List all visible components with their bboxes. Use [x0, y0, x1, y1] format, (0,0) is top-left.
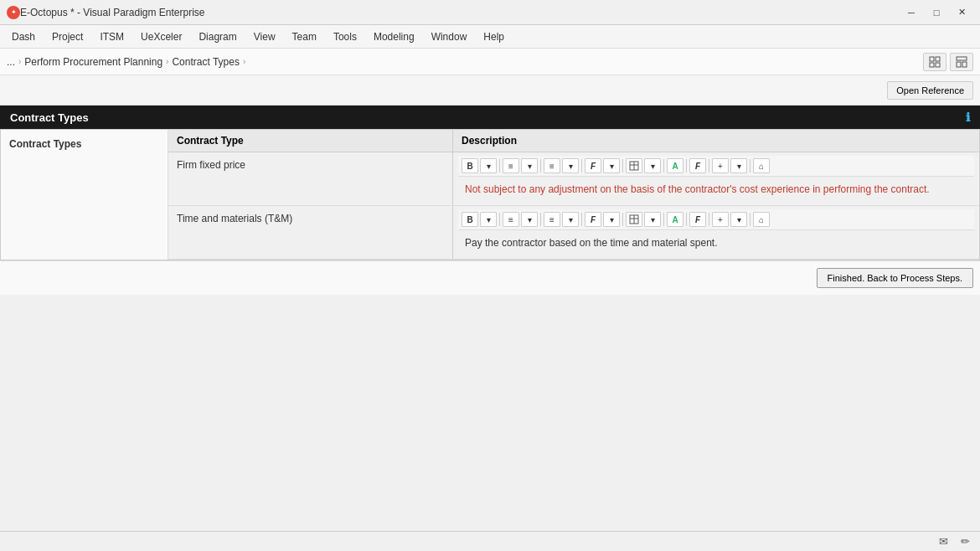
menu-uexceler[interactable]: UeXceler	[132, 28, 190, 46]
btn-font-1[interactable]: F	[585, 158, 601, 173]
status-email-icon[interactable]: ✉	[935, 534, 952, 549]
layout-icon	[956, 56, 967, 68]
breadcrumb-chevron-3: ›	[243, 57, 245, 66]
btn-table-dropdown-1[interactable]: ▾	[644, 158, 661, 173]
separator-2-6	[686, 213, 687, 226]
btn-table-dropdown-2[interactable]: ▾	[644, 212, 661, 227]
finished-button[interactable]: Finished. Back to Process Steps.	[817, 268, 973, 288]
svg-rect-0	[930, 57, 934, 61]
status-edit-icon[interactable]: ✏	[957, 534, 973, 549]
menu-project[interactable]: Project	[44, 28, 91, 46]
table-row-2: Time and materials (T&M) B ▾ ≡ ▾ ≡ ▾	[168, 206, 979, 260]
btn-home-1[interactable]: ⌂	[753, 158, 770, 173]
breadcrumb-icon-area	[923, 53, 973, 71]
btn-bold-dropdown-1[interactable]: ▾	[480, 158, 497, 173]
btn-font-dropdown-2[interactable]: ▾	[603, 212, 620, 227]
menu-dash[interactable]: Dash	[3, 28, 44, 46]
btn-bold-2[interactable]: B	[462, 212, 478, 227]
separator-1	[499, 159, 500, 173]
menu-itsm[interactable]: ITSM	[91, 28, 132, 46]
btn-align-1[interactable]: ≡	[503, 158, 519, 173]
svg-rect-6	[962, 62, 967, 67]
table-icon-2	[629, 214, 639, 224]
footer-area: Finished. Back to Process Steps.	[0, 260, 980, 295]
breadcrumb-chevron-2: ›	[166, 57, 168, 66]
breadcrumb-grid-icon-btn[interactable]	[923, 53, 946, 71]
separator-2-5	[663, 213, 664, 226]
menu-help[interactable]: Help	[475, 28, 513, 46]
btn-list-1[interactable]: ≡	[544, 158, 560, 173]
separator-4	[622, 159, 623, 173]
menu-modeling[interactable]: Modeling	[365, 28, 423, 46]
menu-window[interactable]: Window	[423, 28, 476, 46]
cell-type-2: Time and materials (T&M)	[168, 206, 453, 259]
cell-type-label-1: Firm fixed price	[177, 159, 245, 171]
left-panel: Contract Types	[1, 130, 168, 260]
section-title: Contract Types	[10, 111, 89, 124]
btn-list-dropdown-2[interactable]: ▾	[562, 212, 579, 227]
btn-list-2[interactable]: ≡	[544, 212, 560, 227]
breadcrumb-perform-procurement[interactable]: Perform Procurement Planning	[24, 56, 162, 68]
breadcrumb-contract-types[interactable]: Contract Types	[172, 56, 239, 68]
cell-description-2[interactable]: B ▾ ≡ ▾ ≡ ▾ F ▾	[453, 206, 979, 259]
menu-diagram[interactable]: Diagram	[190, 28, 245, 46]
btn-table-1[interactable]	[626, 158, 642, 173]
btn-plus-dropdown-1[interactable]: ▾	[730, 158, 747, 173]
minimize-button[interactable]: ─	[900, 4, 923, 21]
close-button[interactable]: ✕	[950, 4, 973, 21]
breadcrumb-ellipsis[interactable]: ...	[7, 56, 15, 68]
cell-description-1[interactable]: B ▾ ≡ ▾ ≡ ▾ F ▾	[453, 152, 979, 205]
menu-view[interactable]: View	[245, 28, 284, 46]
cell-text-2[interactable]: Pay the contractor based on the time and…	[458, 230, 974, 255]
btn-align-2[interactable]: ≡	[503, 212, 519, 227]
btn-font-2[interactable]: F	[585, 212, 601, 227]
table-icon-1	[629, 161, 639, 171]
menu-tools[interactable]: Tools	[325, 28, 365, 46]
btn-plus-2[interactable]: +	[712, 212, 729, 227]
btn-table-2[interactable]	[626, 212, 642, 227]
btn-font2-2[interactable]: F	[689, 212, 706, 227]
maximize-button[interactable]: □	[925, 4, 948, 21]
title-bar-controls: ─ □ ✕	[900, 4, 973, 21]
ellipsis-text: ...	[7, 56, 15, 68]
svg-rect-5	[957, 62, 961, 67]
breadcrumb-label-2: Contract Types	[172, 56, 239, 68]
btn-plus-1[interactable]: +	[712, 158, 729, 173]
col-header-description: Description	[453, 130, 979, 152]
table-area: Contract Type Description Firm fixed pri…	[168, 130, 979, 260]
breadcrumb-label-1: Perform Procurement Planning	[24, 56, 162, 68]
section-header: Contract Types ℹ	[0, 106, 980, 129]
breadcrumb-bar: ... › Perform Procurement Planning › Con…	[0, 49, 980, 75]
btn-font2-1[interactable]: F	[689, 158, 706, 173]
btn-bold-dropdown-2[interactable]: ▾	[480, 212, 497, 227]
btn-font-dropdown-1[interactable]: ▾	[603, 158, 620, 173]
breadcrumb-layout-icon-btn[interactable]	[950, 53, 973, 71]
title-bar-text: E-Octopus * - Visual Paradigm Enterprise	[20, 7, 900, 18]
menu-bar: Dash Project ITSM UeXceler Diagram View …	[0, 25, 980, 49]
open-reference-button[interactable]: Open Reference	[887, 81, 973, 100]
separator-2-8	[750, 213, 750, 226]
separator-2-3	[581, 213, 582, 226]
btn-color-2[interactable]: A	[667, 212, 683, 227]
btn-align-dropdown-2[interactable]: ▾	[521, 212, 538, 227]
separator-2-2	[540, 213, 541, 226]
section-info-icon[interactable]: ℹ	[966, 111, 970, 124]
separator-8	[750, 159, 750, 173]
btn-bold-1[interactable]: B	[462, 158, 478, 173]
btn-color-1[interactable]: A	[667, 158, 683, 173]
breadcrumb-chevron-1: ›	[18, 57, 21, 66]
separator-2-1	[499, 213, 500, 226]
cell-text-1[interactable]: Not subject to any adjustment on the bas…	[458, 177, 974, 202]
cell-type-1: Firm fixed price	[168, 152, 453, 205]
btn-list-dropdown-1[interactable]: ▾	[562, 158, 579, 173]
separator-5	[663, 159, 664, 173]
btn-align-dropdown-1[interactable]: ▾	[521, 158, 538, 173]
separator-6	[686, 159, 687, 173]
grid-icon	[929, 56, 941, 68]
menu-team[interactable]: Team	[284, 28, 325, 46]
status-bar: ✉ ✏	[0, 531, 980, 551]
btn-plus-dropdown-2[interactable]: ▾	[730, 212, 747, 227]
contract-types-section: Contract Types ℹ Contract Types Contract…	[0, 106, 980, 295]
btn-home-2[interactable]: ⌂	[753, 212, 770, 227]
table-row: Firm fixed price B ▾ ≡ ▾ ≡ ▾	[168, 152, 979, 206]
